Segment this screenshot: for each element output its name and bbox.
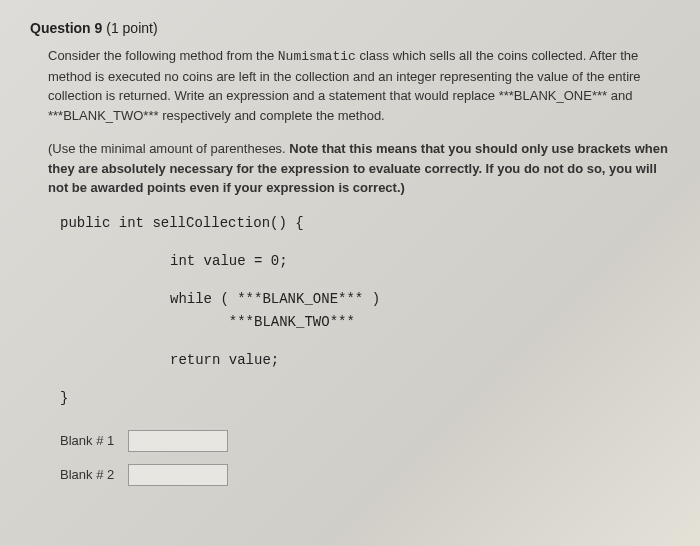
blank-row-2: Blank # 2 [60,464,670,486]
note-block: (Use the minimal amount of parentheses. … [48,139,670,198]
paragraph-1: Consider the following method from the N… [48,46,670,125]
blank-2-input[interactable] [128,464,228,486]
code-signature: public int sellCollection() { [60,212,670,234]
code-line-1: int value = 0; [60,250,670,272]
para1-text-a: Consider the following method from the [48,48,278,63]
blank-1-label: Blank # 1 [60,433,120,448]
blank-1-input[interactable] [128,430,228,452]
para1-classname: Numismatic [278,49,356,64]
note-text-a: (Use the minimal amount of parentheses. [48,141,289,156]
question-points: (1 point) [106,20,157,36]
blank-row-1: Blank # 1 [60,430,670,452]
question-label: Question 9 [30,20,102,36]
code-close: } [60,387,670,409]
blanks-section: Blank # 1 Blank # 2 [60,430,670,486]
code-line-4: return value; [60,349,670,371]
question-body: Consider the following method from the N… [48,46,670,125]
code-line-3: ***BLANK_TWO*** [60,311,670,333]
code-block: public int sellCollection() { int value … [60,212,670,410]
code-line-2: while ( ***BLANK_ONE*** ) [60,288,670,310]
blank-2-label: Blank # 2 [60,467,120,482]
question-header: Question 9 (1 point) [30,20,670,36]
